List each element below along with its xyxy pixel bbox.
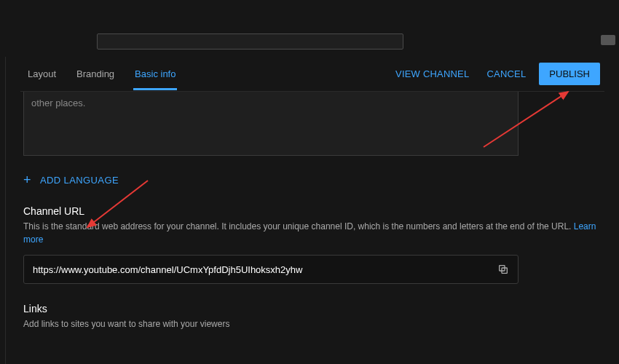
tab-branding[interactable]: Branding: [76, 58, 114, 90]
channel-url-field[interactable]: https://www.youtube.com/channel/UCmxYpfd…: [23, 255, 519, 284]
add-language-label: ADD LANGUAGE: [40, 175, 119, 186]
view-channel-button[interactable]: VIEW CHANNEL: [391, 64, 473, 84]
channel-url-title: Channel URL: [23, 205, 602, 217]
channel-url-value: https://www.youtube.com/channel/UCmxYpfd…: [33, 264, 494, 275]
main-panel: Layout Branding Basic info VIEW CHANNEL …: [5, 57, 619, 364]
tab-layout[interactable]: Layout: [28, 58, 56, 90]
tabs-header-row: Layout Branding Basic info VIEW CHANNEL …: [20, 57, 604, 92]
links-description: Add links to sites you want to share wit…: [23, 317, 602, 331]
plus-icon: +: [23, 173, 31, 186]
cancel-button[interactable]: CANCEL: [482, 64, 530, 84]
links-title: Links: [23, 303, 602, 314]
tabs-group: Layout Branding Basic info: [20, 58, 176, 90]
channel-description-textarea[interactable]: other places.: [23, 92, 519, 156]
add-language-button[interactable]: + ADD LANGUAGE: [23, 173, 602, 186]
description-trailing-text: other places.: [31, 98, 85, 108]
header-actions: VIEW CHANNEL CANCEL PUBLISH: [391, 63, 604, 85]
copy-icon[interactable]: [494, 261, 512, 278]
channel-url-desc-text: This is the standard web address for you…: [23, 221, 574, 232]
publish-button[interactable]: PUBLISH: [539, 63, 600, 85]
tab-basic-info[interactable]: Basic info: [135, 58, 176, 90]
search-input-outline[interactable]: [97, 33, 403, 50]
content-area: other places. + ADD LANGUAGE Channel URL…: [20, 92, 604, 331]
channel-url-description: This is the standard web address for you…: [23, 220, 602, 246]
avatar-stub[interactable]: [601, 35, 615, 45]
top-blank-bar: [0, 0, 619, 33]
